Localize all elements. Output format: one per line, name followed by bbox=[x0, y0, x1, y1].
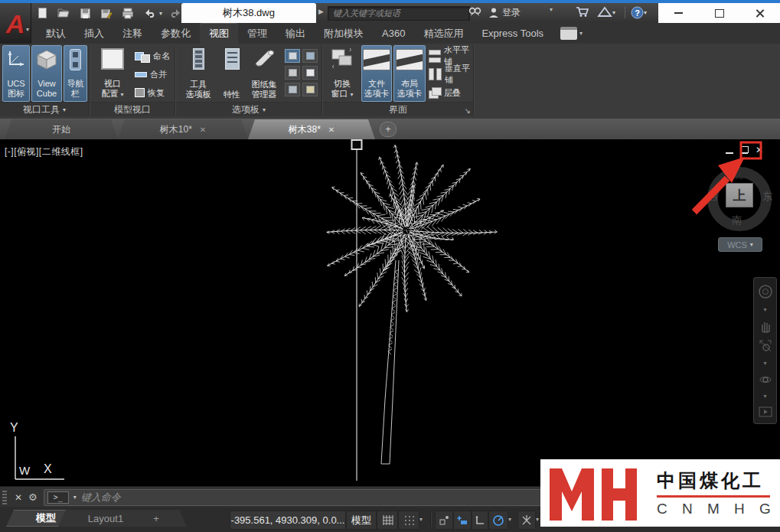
drawing-canvas[interactable]: [-][俯视][二维线框] ✕ 北 西 东 南 上 WCS▾ ▾ ▾ ▾ bbox=[0, 139, 780, 486]
viewport-minimize-button[interactable] bbox=[726, 152, 733, 154]
doc-overflow-arrow-icon[interactable]: ▶ bbox=[318, 8, 324, 15]
tab-view[interactable]: 视图 bbox=[200, 23, 238, 44]
file-tab-start[interactable]: 开始 bbox=[5, 119, 118, 139]
close-icon[interactable]: ✕ bbox=[328, 126, 335, 134]
snap-caret[interactable]: ▾ bbox=[419, 511, 423, 528]
save-as-button[interactable] bbox=[98, 5, 115, 21]
viewcube-west-label[interactable]: 西 bbox=[708, 190, 718, 204]
infer-constraints-button[interactable] bbox=[435, 511, 453, 530]
help-button[interactable]: ? ▾ bbox=[631, 6, 647, 19]
new-layout-button[interactable]: + bbox=[126, 510, 187, 527]
viewcube-south-label[interactable]: 南 bbox=[732, 214, 742, 227]
ortho-mode-button[interactable] bbox=[472, 511, 488, 530]
viewcube-button[interactable]: View Cube bbox=[31, 45, 62, 102]
coordinates-readout[interactable]: -395.561, 4930.309, 0.0... bbox=[230, 511, 346, 530]
app-menu-button[interactable]: A ▾ bbox=[0, 3, 31, 44]
new-file-button[interactable] bbox=[34, 5, 51, 21]
zoom-icon[interactable] bbox=[759, 339, 772, 353]
markup-set-manager-button[interactable] bbox=[302, 49, 318, 63]
tab-insert[interactable]: 插入 bbox=[75, 23, 113, 44]
tool-palettes-button[interactable]: 工具 选项板 bbox=[179, 45, 217, 102]
tab-annotate[interactable]: 注释 bbox=[113, 23, 152, 44]
snap-mode-button[interactable] bbox=[398, 511, 419, 530]
command-history-caret[interactable]: ▾ bbox=[73, 494, 77, 501]
named-viewports-button[interactable]: 命名 bbox=[135, 47, 170, 65]
window-maximize-button[interactable] bbox=[699, 3, 739, 23]
search-input[interactable]: 键入关键字或短语 bbox=[328, 6, 470, 21]
undo-dropdown-caret[interactable]: ▾ bbox=[159, 10, 162, 17]
wcs-dropdown[interactable]: WCS▾ bbox=[718, 237, 762, 252]
command-line-palette-button[interactable] bbox=[285, 49, 300, 63]
plot-button[interactable] bbox=[119, 5, 136, 21]
polar-caret[interactable]: ▾ bbox=[508, 511, 511, 528]
tab-parametric[interactable]: 参数化 bbox=[152, 23, 200, 44]
external-refs-button[interactable] bbox=[285, 83, 300, 96]
command-prompt-icon[interactable]: >_ bbox=[47, 491, 69, 504]
dynamic-input-button[interactable] bbox=[453, 511, 472, 530]
command-drag-handle[interactable] bbox=[2, 491, 7, 504]
panel-label-interface[interactable]: 界面 ↘ bbox=[323, 102, 473, 116]
orbit-caret[interactable]: ▾ bbox=[763, 393, 766, 400]
quick-calc-button[interactable] bbox=[302, 66, 318, 80]
login-dropdown-caret[interactable]: ▾ bbox=[550, 6, 553, 13]
pan-hand-icon[interactable] bbox=[759, 319, 772, 333]
a360-share-icon[interactable]: ▾ bbox=[597, 6, 615, 18]
join-viewports-button[interactable]: 合并 bbox=[135, 65, 167, 83]
file-tab-doc1[interactable]: 树木10*✕ bbox=[118, 119, 248, 139]
window-close-button[interactable] bbox=[739, 3, 780, 23]
sheet-set-manager-button[interactable]: 图纸集 管理器 bbox=[246, 45, 282, 102]
viewport-label[interactable]: [-][俯视][二维线框] bbox=[5, 145, 83, 158]
search-button[interactable] bbox=[468, 6, 482, 18]
file-tabs-button[interactable]: 文件 选项卡 bbox=[361, 45, 392, 102]
tab-featured-apps[interactable]: 精选应用 bbox=[414, 23, 472, 44]
panel-label-palettes[interactable]: 选项板▾ bbox=[176, 102, 321, 116]
wheel-caret[interactable]: ▾ bbox=[763, 306, 766, 313]
app-store-icon[interactable] bbox=[576, 6, 589, 18]
ucs-icon-button[interactable]: UCS 图标 bbox=[2, 45, 30, 102]
close-icon[interactable]: ✕ bbox=[200, 126, 206, 134]
new-drawing-tab-button[interactable]: + bbox=[380, 122, 397, 137]
tab-manage[interactable]: 管理 bbox=[238, 23, 276, 44]
viewport-restore-button[interactable] bbox=[740, 146, 749, 154]
tab-a360[interactable]: A360 bbox=[373, 23, 414, 44]
viewcube-north-label[interactable]: 北 bbox=[733, 168, 743, 182]
file-tab-doc2[interactable]: 树木38*✕ bbox=[248, 119, 375, 139]
tab-output[interactable]: 输出 bbox=[276, 23, 315, 44]
clipboard-palette-button[interactable] bbox=[302, 83, 318, 96]
ribbon-display-toggle[interactable]: ▾ bbox=[560, 23, 583, 44]
window-minimize-button[interactable] bbox=[658, 3, 699, 23]
tile-vertically-button[interactable]: 垂直平铺 bbox=[429, 65, 473, 83]
help-caret[interactable]: ▾ bbox=[644, 9, 647, 16]
dwg-compare-palette-button[interactable] bbox=[285, 66, 300, 80]
panel-label-model-viewports[interactable]: 模型视口 bbox=[90, 102, 175, 116]
command-close-icon[interactable]: ✕ bbox=[15, 492, 22, 503]
viewcube-east-label[interactable]: 东 bbox=[762, 190, 772, 204]
showmotion-icon[interactable] bbox=[759, 406, 772, 417]
orbit-icon[interactable] bbox=[759, 373, 772, 387]
viewcube-top-face[interactable]: 上 bbox=[726, 183, 753, 207]
restore-viewports-button[interactable]: 恢复 bbox=[135, 83, 165, 102]
panel-label-viewport-tools[interactable]: 视口工具▾ bbox=[0, 102, 89, 116]
switch-windows-button[interactable]: 切换 窗口 ▾ bbox=[326, 45, 358, 102]
isodraft-caret[interactable]: ▾ bbox=[536, 511, 539, 528]
isometric-drafting-button[interactable] bbox=[517, 511, 536, 530]
tab-addins[interactable]: 附加模块 bbox=[315, 23, 373, 44]
command-customize-icon[interactable]: ⚙ bbox=[28, 491, 38, 503]
panel-expand-icon[interactable]: ↘ bbox=[465, 106, 471, 115]
model-space-toggle[interactable]: 模型 bbox=[346, 511, 377, 530]
properties-button[interactable]: 特性 bbox=[219, 45, 245, 102]
undo-button[interactable] bbox=[141, 5, 158, 21]
save-button[interactable] bbox=[77, 5, 93, 21]
tab-express-tools[interactable]: Express Tools bbox=[472, 23, 553, 44]
layout-tabs-button[interactable]: 布局 选项卡 bbox=[393, 45, 426, 102]
document-title-tab[interactable]: 树木38.dwg bbox=[181, 3, 316, 23]
polar-tracking-button[interactable] bbox=[488, 511, 508, 530]
zoom-caret[interactable]: ▾ bbox=[763, 360, 766, 367]
viewport-config-button[interactable]: 视口 配置 ▾ bbox=[95, 45, 130, 102]
a360-caret[interactable]: ▾ bbox=[612, 9, 615, 16]
navigation-bar-button[interactable]: 导航栏 bbox=[64, 45, 87, 102]
navigation-wheel-icon[interactable] bbox=[758, 284, 773, 299]
open-file-button[interactable] bbox=[55, 5, 72, 21]
grid-display-button[interactable] bbox=[377, 511, 398, 530]
viewport-close-button[interactable]: ✕ bbox=[756, 146, 763, 154]
